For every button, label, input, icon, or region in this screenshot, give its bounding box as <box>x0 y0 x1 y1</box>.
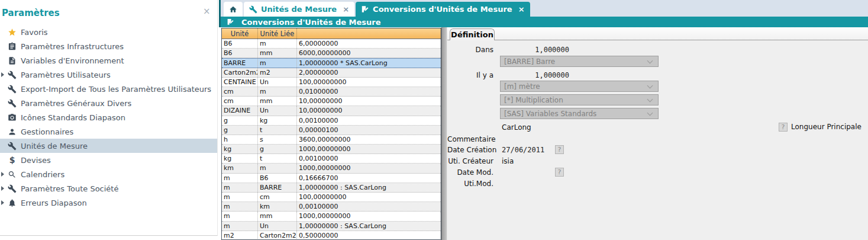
table-cell: Un <box>258 78 297 87</box>
table-cell: cm <box>222 87 258 96</box>
dans-value: 1,000000 <box>500 46 569 54</box>
table-cell: m <box>222 174 258 183</box>
sidebar-item-erreurs-diapason[interactable]: Erreurs Diapason <box>0 196 217 210</box>
sidebar-item-label: Paramètres Généraux Divers <box>21 99 131 108</box>
expand-arrow-icon[interactable] <box>1 200 4 205</box>
table-row[interactable]: kgt0,00100000 <box>222 154 441 164</box>
variable-type-combobox[interactable]: [SAS] Variables Standards <box>500 108 659 119</box>
table-row[interactable]: hs3600,00000000 <box>222 135 441 145</box>
table-cell: 0,00100000 <box>297 154 441 163</box>
longueur-principale-checkbox[interactable]: ? <box>779 123 788 132</box>
table-cell: B6 <box>222 39 258 48</box>
tab-home[interactable] <box>224 2 243 17</box>
table-row[interactable]: mkm0,00100000 <box>222 202 441 212</box>
table-row[interactable]: BARREm1,00000000 * SAS.CarLong <box>222 58 441 68</box>
unit-combobox[interactable]: [BARRE] Barre <box>500 56 659 67</box>
table-row[interactable]: mmm1000,00000000 <box>222 212 441 221</box>
tab-unit-s-de-mesure[interactable]: Unités de Mesure× <box>244 2 354 17</box>
table-row[interactable]: mB60,16666700 <box>222 174 441 183</box>
table-cell: 2,00000000 <box>297 68 441 77</box>
operator-combobox[interactable]: [*] Multiplication <box>500 94 659 105</box>
table-cell: DIZAINE <box>222 106 258 115</box>
expand-arrow-icon[interactable] <box>1 72 4 77</box>
table-cell: 100,00000000 <box>297 78 441 87</box>
table-cell: m <box>222 193 258 201</box>
chevron-down-icon <box>647 82 653 88</box>
column-header[interactable] <box>297 28 441 39</box>
table-cell: cm <box>258 193 297 201</box>
expand-arrow-icon[interactable] <box>1 186 4 191</box>
sidebar-item-ic-nes-standards-diapason[interactable]: Icônes Standards Diapason <box>0 110 217 124</box>
table-cell: 6,00000000 <box>297 39 441 48</box>
table-row[interactable]: m2Carton2m20,50000000 <box>222 231 441 240</box>
table-row[interactable]: CENTAINEUn100,00000000 <box>222 78 441 87</box>
variable-name-value: CarLong <box>502 123 531 132</box>
sidebar-item-param-tres-infrastructures[interactable]: Paramètres Infrastructures <box>0 39 217 53</box>
table-row[interactable]: cmm0,01000000 <box>222 87 441 97</box>
close-icon[interactable]: × <box>343 5 349 13</box>
table-row[interactable]: DIZAINEUn10,00000000 <box>222 106 441 116</box>
tab-definition[interactable]: Définition <box>450 28 495 40</box>
sidebar-item-label: Favoris <box>21 28 48 37</box>
table-row[interactable]: kmm1000,00000000 <box>222 164 441 173</box>
column-header[interactable]: Unité Liée <box>258 28 297 39</box>
table-row[interactable]: mcm100,00000000 <box>222 193 441 202</box>
table-cell: 1000,00000000 <box>297 212 441 220</box>
sidebar-item-unit-s-de-mesure[interactable]: Unités de Mesure <box>0 139 217 153</box>
date-mod-help-button[interactable]: ? <box>555 168 564 177</box>
column-header[interactable]: Unité <box>222 28 258 39</box>
tab-conversions-d-unit-s-de-mesure[interactable]: Conversions d'Unités de Mesure× <box>356 2 530 17</box>
table-cell: 0,00100000 <box>297 202 441 211</box>
table-row[interactable]: B6mm6000,00000000 <box>222 49 441 58</box>
sidebar-close-icon[interactable]: × <box>203 7 211 16</box>
table-row[interactable]: gkg0,00100000 <box>222 116 441 126</box>
wrench-icon <box>8 142 17 151</box>
table-cell: kg <box>258 116 297 125</box>
sidebar-item-devises[interactable]: $Devises <box>0 153 217 167</box>
table-cell: BARRE <box>222 59 258 67</box>
sidebar-item-param-tres-toute-soci-t[interactable]: Paramètres Toute Société <box>0 181 217 196</box>
panel-splitter[interactable] <box>441 27 447 240</box>
variable-type-combobox-value: [SAS] Variables Standards <box>501 110 648 118</box>
sidebar-item-variables-d-environnement[interactable]: Variables d'Environnement <box>0 53 217 68</box>
unit-combobox-value: [BARRE] Barre <box>501 57 648 66</box>
table-cell: mm <box>258 49 297 57</box>
sidebar-item-export-import-de-tous-les-param-tres-utilisateurs[interactable]: Export-Import de Tous les Paramètres Uti… <box>0 82 217 96</box>
sidebar-item-label: Erreurs Diapason <box>21 199 87 207</box>
table-row[interactable]: gt0,00000100 <box>222 126 441 135</box>
expand-arrow-icon[interactable] <box>1 172 4 177</box>
page-title-bar: Conversions d'Unités de Mesure <box>221 17 868 27</box>
ilya-value: 1,000000 <box>500 71 569 79</box>
table-cell: 1,00000000 : SAS.CarLong <box>297 222 441 231</box>
sidebar-item-favoris[interactable]: Favoris <box>0 25 217 39</box>
sidebar-item-calendriers[interactable]: Calendriers <box>0 167 217 181</box>
table-cell: g <box>222 126 258 135</box>
sidebar-item-gestionnaires[interactable]: Gestionnaires <box>0 124 217 139</box>
table-cell: 0,16666700 <box>297 174 441 183</box>
chevron-down-icon <box>647 96 653 102</box>
table-cell: B6 <box>258 174 297 183</box>
dollar-icon: $ <box>8 156 17 165</box>
doc-edit-icon <box>227 18 234 26</box>
table-row[interactable]: kgg1000,00000000 <box>222 145 441 154</box>
sidebar-item-param-tres-g-n-raux-divers[interactable]: Paramètres Généraux Divers <box>0 96 217 110</box>
linked-unit-combobox[interactable]: [m] mètre <box>500 81 659 92</box>
date-creation-help-button[interactable]: ? <box>555 145 564 154</box>
table-cell: m <box>258 164 297 172</box>
table-row[interactable]: mBARRE1,00000000 : SAS.CarLong <box>222 183 441 193</box>
table-row[interactable]: Carton2m2m22,00000000 <box>222 68 441 78</box>
table-row[interactable]: cmmm10,00000000 <box>222 97 441 106</box>
close-icon[interactable]: × <box>518 5 525 13</box>
operator-combobox-value: [*] Multiplication <box>501 96 648 104</box>
person-icon <box>8 127 17 136</box>
sidebar-item-param-tres-utilisateurs[interactable]: Paramètres Utilisateurs <box>0 68 217 82</box>
table-cell: m <box>222 222 258 231</box>
table-cell: 0,01000000 <box>297 87 441 96</box>
table-cell: kg <box>222 154 258 163</box>
chevron-down-icon <box>647 57 653 63</box>
table-cell: CENTAINE <box>222 78 258 87</box>
page-title: Conversions d'Unités de Mesure <box>241 18 381 27</box>
tab-bar: Unités de Mesure×Conversions d'Unités de… <box>221 0 868 17</box>
table-row[interactable]: mUn1,00000000 : SAS.CarLong <box>222 222 441 231</box>
table-row[interactable]: B6m6,00000000 <box>222 39 441 49</box>
